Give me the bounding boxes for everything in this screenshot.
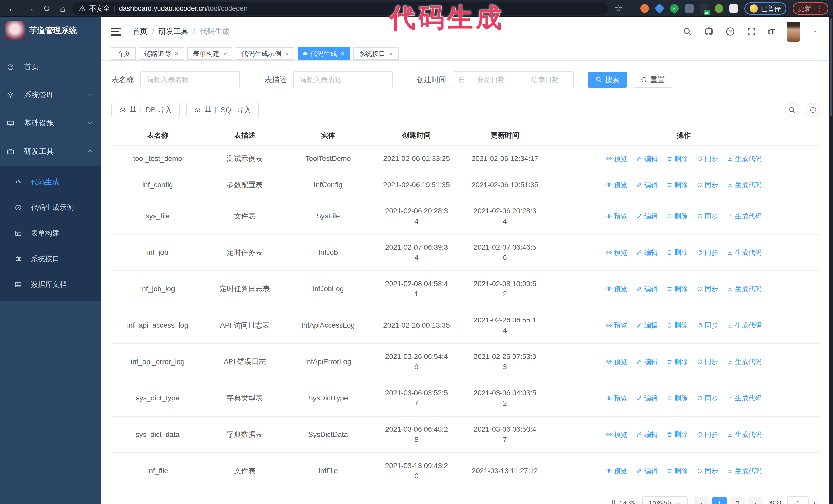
fullscreen-icon[interactable]	[747, 27, 756, 36]
help-icon[interactable]: ?	[725, 27, 735, 37]
action-edit[interactable]: 编辑	[636, 393, 658, 403]
sidebar-subitem-系统接口[interactable]: 系统接口	[0, 246, 101, 272]
goto-page-input[interactable]	[787, 496, 809, 504]
action-delete[interactable]: 删除	[666, 429, 688, 440]
breadcrumb-item[interactable]: 首页	[133, 26, 147, 37]
action-preview[interactable]: 预览	[606, 466, 627, 476]
action-sync[interactable]: 同步	[697, 247, 718, 258]
date-start-placeholder[interactable]: 开始日期	[467, 75, 515, 85]
table-desc-input[interactable]	[293, 71, 393, 89]
import-sql-button[interactable]: 基于 SQL 导入	[186, 102, 259, 118]
action-delete[interactable]: 删除	[666, 247, 688, 258]
extension-icon[interactable]	[730, 4, 738, 13]
close-icon[interactable]: ×	[389, 50, 393, 57]
tab-首页[interactable]: 首页	[111, 47, 136, 60]
refresh-table-button[interactable]	[806, 103, 820, 117]
extension-icon[interactable]: on	[700, 4, 709, 13]
user-avatar[interactable]	[787, 22, 800, 42]
extension-icon[interactable]	[685, 4, 694, 13]
action-generate[interactable]: 生成代码	[727, 393, 762, 403]
action-preview[interactable]: 预览	[606, 429, 627, 440]
import-db-button[interactable]: 基于 DB 导入	[112, 102, 180, 118]
action-delete[interactable]: 删除	[666, 180, 688, 190]
close-icon[interactable]: ×	[285, 50, 289, 57]
close-icon[interactable]: ×	[341, 50, 344, 57]
date-range-picker[interactable]: 开始日期 - 结束日期	[453, 71, 574, 89]
sidebar-subitem-代码生成示例[interactable]: 代码生成示例	[0, 195, 101, 220]
address-bar[interactable]: 不安全 | dashboard.yudao.iocoder.cn/tool/co…	[72, 2, 608, 15]
app-logo[interactable]: 芋道管理系统	[0, 17, 101, 44]
action-edit[interactable]: 编辑	[636, 180, 658, 190]
extension-icon[interactable]: ✓	[670, 4, 679, 13]
action-preview[interactable]: 预览	[606, 393, 627, 403]
toggle-search-button[interactable]	[785, 103, 799, 117]
sidebar-subitem-表单构建[interactable]: 表单构建	[0, 220, 101, 246]
bookmark-star-icon[interactable]: ☆	[615, 3, 622, 13]
page-1-button[interactable]: 1	[712, 497, 727, 504]
action-sync[interactable]: 同步	[697, 153, 718, 164]
action-edit[interactable]: 编辑	[636, 284, 658, 294]
tab-代码生成[interactable]: 代码生成×	[298, 47, 350, 60]
action-sync[interactable]: 同步	[697, 180, 718, 190]
action-generate[interactable]: 生成代码	[727, 357, 762, 367]
action-delete[interactable]: 删除	[666, 284, 688, 294]
github-icon[interactable]	[704, 27, 714, 37]
action-preview[interactable]: 预览	[606, 247, 627, 258]
sidebar-item-首页[interactable]: 首页	[0, 53, 101, 81]
action-edit[interactable]: 编辑	[636, 357, 658, 367]
action-sync[interactable]: 同步	[697, 284, 718, 294]
action-delete[interactable]: 删除	[666, 357, 688, 367]
action-sync[interactable]: 同步	[697, 393, 718, 403]
action-edit[interactable]: 编辑	[636, 466, 658, 476]
url-text[interactable]: dashboard.yudao.iocoder.cn/tool/codegen	[119, 5, 247, 13]
profile-paused-button[interactable]: 已暂停	[744, 2, 786, 15]
action-delete[interactable]: 删除	[666, 211, 688, 221]
search-button[interactable]: 搜索	[588, 72, 627, 88]
page-scrollbar[interactable]	[829, 17, 833, 504]
browser-reload-icon[interactable]: ↻	[43, 0, 50, 17]
action-preview[interactable]: 预览	[606, 180, 627, 190]
table-name-input[interactable]	[140, 71, 240, 89]
security-label[interactable]: 不安全	[89, 4, 110, 13]
chevron-down-icon[interactable]	[812, 28, 819, 35]
sidebar-item-研发工具[interactable]: 研发工具	[0, 137, 101, 166]
action-sync[interactable]: 同步	[697, 357, 718, 367]
action-preview[interactable]: 预览	[606, 211, 627, 221]
tab-系统接口[interactable]: 系统接口×	[353, 47, 399, 60]
browser-back-icon[interactable]: ←	[8, 0, 17, 17]
action-generate[interactable]: 生成代码	[727, 247, 762, 258]
next-page-button[interactable]: ›	[748, 497, 763, 504]
action-sync[interactable]: 同步	[697, 429, 718, 440]
action-sync[interactable]: 同步	[697, 211, 718, 221]
action-preview[interactable]: 预览	[606, 153, 627, 164]
action-sync[interactable]: 同步	[697, 320, 718, 331]
browser-forward-icon[interactable]: →	[26, 0, 34, 17]
action-delete[interactable]: 删除	[666, 393, 688, 403]
sidebar-item-基础设施[interactable]: 基础设施	[0, 109, 101, 137]
close-icon[interactable]: ×	[174, 50, 178, 57]
action-generate[interactable]: 生成代码	[727, 320, 762, 331]
date-end-placeholder[interactable]: 结束日期	[521, 75, 569, 85]
sidebar-item-系统管理[interactable]: 系统管理	[0, 81, 101, 109]
action-edit[interactable]: 编辑	[636, 211, 658, 221]
extension-icon[interactable]	[654, 4, 664, 13]
extension-icon[interactable]	[640, 4, 649, 13]
chrome-update-button[interactable]: 更新 ⋮	[792, 2, 828, 15]
action-sync[interactable]: 同步	[697, 466, 718, 476]
action-preview[interactable]: 预览	[606, 320, 627, 331]
action-generate[interactable]: 生成代码	[727, 429, 762, 440]
action-edit[interactable]: 编辑	[636, 429, 658, 440]
breadcrumb-item[interactable]: 研发工具	[159, 26, 188, 37]
close-icon[interactable]: ×	[223, 50, 227, 57]
page-2-button[interactable]: 2	[730, 497, 744, 504]
sidebar-subitem-数据库文档[interactable]: 数据库文档	[0, 272, 101, 297]
menu-dots-icon[interactable]: ⋮	[816, 4, 823, 13]
font-size-icon[interactable]: tT	[768, 27, 775, 36]
action-delete[interactable]: 删除	[666, 153, 688, 164]
reset-button[interactable]: 重置	[633, 72, 672, 88]
extension-icon[interactable]	[715, 4, 723, 13]
action-preview[interactable]: 预览	[606, 284, 627, 294]
action-generate[interactable]: 生成代码	[727, 180, 762, 190]
tab-表单构建[interactable]: 表单构建×	[187, 47, 233, 60]
action-generate[interactable]: 生成代码	[727, 153, 762, 164]
